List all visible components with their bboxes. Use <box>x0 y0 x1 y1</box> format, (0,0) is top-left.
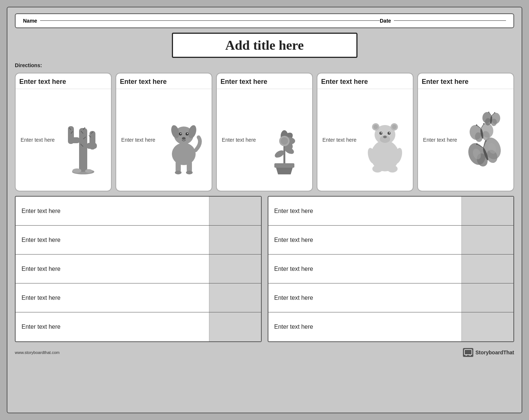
card-4: Enter text here Enter text here <box>317 73 414 191</box>
matching-row-right-5-box[interactable] <box>461 312 513 341</box>
card-3: Enter text here Enter text here <box>216 73 313 191</box>
card-4-body: Enter text here <box>317 89 413 191</box>
brand-icon <box>464 349 472 356</box>
svg-point-47 <box>383 135 387 138</box>
svg-rect-5 <box>89 131 95 150</box>
matching-row-left-5-box[interactable] <box>209 312 261 341</box>
card-2-text[interactable]: Enter text here <box>120 137 157 143</box>
svg-rect-85 <box>464 350 472 355</box>
card-5: Enter text here Enter text here <box>417 73 514 191</box>
svg-point-53 <box>387 165 398 173</box>
matching-row-left-1-text[interactable]: Enter text here <box>16 197 209 225</box>
svg-point-14 <box>72 168 81 173</box>
svg-point-39 <box>281 137 288 145</box>
card-3-image <box>260 105 308 175</box>
name-field: Name <box>23 18 380 24</box>
svg-rect-1 <box>79 128 87 172</box>
svg-point-22 <box>180 133 182 134</box>
name-line <box>40 20 380 21</box>
matching-row-left-4-box[interactable] <box>209 283 261 312</box>
title-container: Add title here <box>15 33 514 58</box>
matching-row-right-4: Enter text here <box>268 283 514 312</box>
date-field: Date <box>380 18 506 24</box>
matching-col-right: Enter text here Enter text here Enter te… <box>268 196 515 342</box>
matching-row-left-4: Enter text here <box>16 283 261 312</box>
matching-col-left: Enter text here Enter text here Enter te… <box>15 196 262 342</box>
svg-point-28 <box>186 171 193 174</box>
directions-label: Directions: <box>15 62 514 68</box>
matching-row-left-2-box[interactable] <box>209 226 261 254</box>
matching-row-right-2: Enter text here <box>268 226 514 255</box>
brand-name: StoryboardThat <box>476 350 514 355</box>
dog-icon <box>163 106 204 174</box>
card-4-text[interactable]: Enter text here <box>321 137 358 143</box>
svg-point-15 <box>85 169 92 173</box>
svg-point-50 <box>381 132 382 133</box>
matching-row-left-1: Enter text here <box>16 197 261 226</box>
card-4-header[interactable]: Enter text here <box>317 73 413 89</box>
matching-row-left-2: Enter text here <box>16 226 261 255</box>
matching-row-left-3-box[interactable] <box>209 255 261 283</box>
svg-rect-3 <box>68 126 74 144</box>
card-2-header[interactable]: Enter text here <box>116 73 212 89</box>
svg-point-24 <box>182 137 186 140</box>
card-4-image <box>361 105 409 175</box>
page-title[interactable]: Add title here <box>172 33 357 58</box>
matching-row-right-3: Enter text here <box>268 255 514 283</box>
svg-point-23 <box>187 133 188 134</box>
card-5-image <box>461 105 510 175</box>
card-3-text[interactable]: Enter text here <box>221 137 257 143</box>
cards-row: Enter text here Enter text here <box>15 73 514 191</box>
svg-point-52 <box>372 165 383 173</box>
header-row: Name Date <box>15 13 514 28</box>
card-5-text[interactable]: Enter text here <box>422 137 458 143</box>
svg-point-44 <box>373 125 378 129</box>
matching-section: Enter text here Enter text here Enter te… <box>15 196 514 342</box>
svg-marker-29 <box>276 167 293 174</box>
card-5-header[interactable]: Enter text here <box>418 73 513 89</box>
card-1: Enter text here Enter text here <box>15 73 112 191</box>
name-label: Name <box>23 18 37 24</box>
matching-row-left-5: Enter text here <box>16 312 261 341</box>
matching-row-left-3-text[interactable]: Enter text here <box>16 255 209 283</box>
matching-row-left-4-text[interactable]: Enter text here <box>16 283 209 312</box>
matching-row-left-5-text[interactable]: Enter text here <box>16 312 209 341</box>
bear-icon <box>365 106 405 174</box>
butterfly-icon <box>465 106 506 174</box>
date-label: Date <box>380 18 391 24</box>
footer-logo: StoryboardThat <box>463 348 514 357</box>
svg-point-27 <box>175 171 182 174</box>
matching-row-right-2-text[interactable]: Enter text here <box>268 226 462 254</box>
date-line <box>394 20 506 21</box>
card-1-body: Enter text here <box>16 89 111 191</box>
matching-row-right-3-text[interactable]: Enter text here <box>268 255 462 283</box>
matching-row-right-5-text[interactable]: Enter text here <box>268 312 462 341</box>
svg-point-51 <box>389 132 390 133</box>
card-5-body: Enter text here <box>418 89 513 191</box>
card-2-image <box>160 105 208 175</box>
matching-row-left-2-text[interactable]: Enter text here <box>16 226 209 254</box>
matching-row-right-3-box[interactable] <box>461 255 513 283</box>
matching-row-left-1-box[interactable] <box>209 197 261 225</box>
card-1-header[interactable]: Enter text here <box>16 73 111 89</box>
card-2-body: Enter text here <box>116 89 212 191</box>
matching-row-right-4-text[interactable]: Enter text here <box>268 283 462 312</box>
footer-url: www.storyboardthat.com <box>15 350 59 355</box>
card-2: Enter text here Enter text here <box>115 73 212 191</box>
svg-point-16 <box>172 143 196 165</box>
matching-row-right-4-box[interactable] <box>461 283 513 312</box>
cactus-icon <box>63 106 104 174</box>
matching-row-right-1: Enter text here <box>268 197 514 226</box>
storyboardthat-icon <box>463 348 473 357</box>
card-3-header[interactable]: Enter text here <box>217 73 312 89</box>
card-1-text[interactable]: Enter text here <box>19 137 56 143</box>
matching-row-right-5: Enter text here <box>268 312 514 341</box>
page-container: Name Date Add title here Directions: Ent… <box>7 7 522 413</box>
svg-point-45 <box>392 125 396 129</box>
flower-icon <box>264 106 305 174</box>
matching-row-right-1-text[interactable]: Enter text here <box>268 197 462 225</box>
matching-row-right-2-box[interactable] <box>461 226 513 254</box>
footer: www.storyboardthat.com StoryboardThat <box>15 348 514 357</box>
card-3-body: Enter text here <box>217 89 312 191</box>
matching-row-right-1-box[interactable] <box>461 197 513 225</box>
